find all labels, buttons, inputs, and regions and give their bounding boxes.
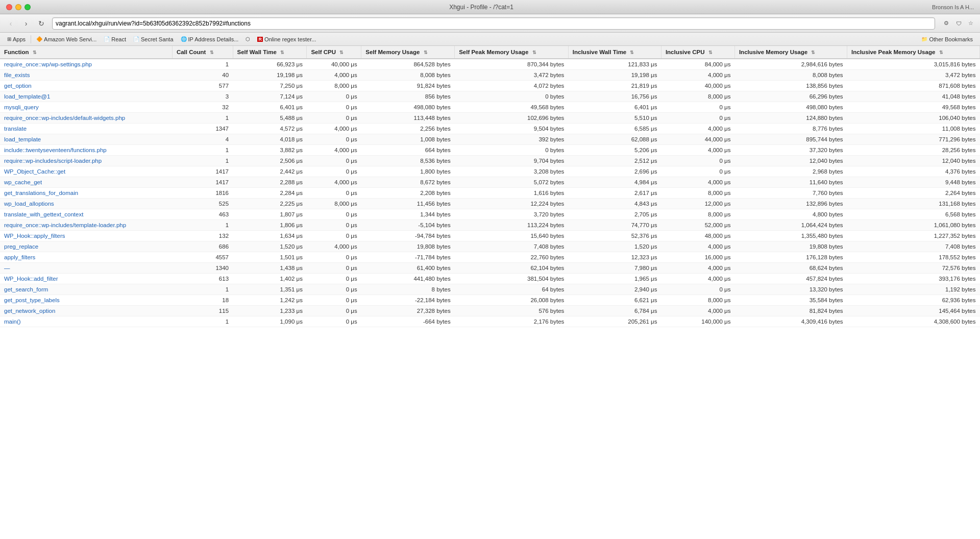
cell-inclusivepeakmemoryusage: 12,040 bytes [847, 156, 980, 166]
back-button[interactable]: ‹ [4, 18, 17, 29]
bookmark-secret-santa[interactable]: 📄 Secret Santa [130, 35, 177, 43]
cell-function[interactable]: translate [0, 124, 172, 134]
cell-inclusivepeakmemoryusage: 4,308,600 bytes [847, 316, 980, 327]
forward-button[interactable]: › [19, 18, 33, 29]
table-row: load_template@137,124 μs0 μs856 bytes0 b… [0, 91, 980, 102]
cell-function[interactable]: — [0, 263, 172, 274]
cell-callcount: 1417 [172, 166, 233, 177]
cell-function[interactable]: translate_with_gettext_context [0, 209, 172, 220]
cell-function[interactable]: WP_Object_Cache::get [0, 166, 172, 177]
close-button[interactable] [6, 4, 12, 10]
cell-function[interactable]: load_template [0, 134, 172, 145]
maximize-button[interactable] [24, 4, 31, 10]
cell-inclusivewalltime: 205,261 μs [568, 316, 661, 327]
address-bar[interactable] [52, 17, 935, 30]
cell-function[interactable]: mysqli_query [0, 102, 172, 113]
bookmark-amazon[interactable]: 🔶 Amazon Web Servi... [33, 35, 100, 43]
cell-inclusivememoryusage: 4,309,416 bytes [734, 316, 847, 327]
cell-selfpeakmemoryusage: 0 bytes [455, 145, 569, 156]
window-controls[interactable] [6, 4, 31, 10]
cell-selfwalltime: 19,198 μs [233, 70, 307, 81]
cell-selfcpu: 0 μs [307, 166, 361, 177]
cell-function[interactable]: include::twentyseventeen/functions.php [0, 145, 172, 156]
cell-inclusivecpu: 40,000 μs [661, 81, 734, 91]
cell-function[interactable]: WP_Hook::apply_filters [0, 231, 172, 241]
cell-selfmemoryusage: 27,328 bytes [361, 306, 455, 316]
bookmark-ip[interactable]: 🌐 IP Address Details... [178, 35, 242, 43]
cell-inclusivememoryusage: 457,824 bytes [734, 274, 847, 284]
cell-function[interactable]: wp_load_alloptions [0, 199, 172, 209]
cell-callcount: 1 [172, 316, 233, 327]
cell-inclusivememoryusage: 11,640 bytes [734, 177, 847, 188]
table-row: require_once::wp-includes/default-widget… [0, 113, 980, 124]
extensions-icon[interactable]: ⚙ [941, 18, 951, 29]
col-inclusive-peak-memory[interactable]: Inclusive Peak Memory Usage ⇅ [847, 46, 980, 59]
refresh-button[interactable]: ↻ [35, 18, 48, 29]
bookmark-apps[interactable]: ⊞ Apps [4, 35, 29, 43]
col-self-wall-time[interactable]: Self Wall Time ⇅ [233, 46, 307, 59]
cell-function[interactable]: main() [0, 316, 172, 327]
star-icon[interactable]: ☆ [966, 18, 976, 29]
col-self-peak-memory[interactable]: Self Peak Memory Usage ⇅ [455, 46, 569, 59]
cell-selfpeakmemoryusage: 12,224 bytes [455, 199, 569, 209]
cell-function[interactable]: wp_cache_get [0, 177, 172, 188]
cell-inclusivecpu: 4,000 μs [661, 263, 734, 274]
cell-function[interactable]: require_once::wp-includes/template-loade… [0, 220, 172, 231]
cell-callcount: 1 [172, 156, 233, 166]
cell-selfwalltime: 1,090 μs [233, 316, 307, 327]
cell-inclusivepeakmemoryusage: 3,472 bytes [847, 70, 980, 81]
cell-function[interactable]: file_exists [0, 70, 172, 81]
cell-inclusivepeakmemoryusage: 28,256 bytes [847, 145, 980, 156]
github-icon: ⬡ [246, 36, 250, 42]
cell-selfmemoryusage: -94,784 bytes [361, 231, 455, 241]
cell-callcount: 32 [172, 102, 233, 113]
sort-icon-inclusivecpu: ⇅ [708, 50, 713, 55]
cell-function[interactable]: apply_filters [0, 252, 172, 263]
cell-function[interactable]: get_network_option [0, 306, 172, 316]
cell-function[interactable]: WP_Hook::add_filter [0, 274, 172, 284]
cell-function[interactable]: preg_replace [0, 241, 172, 252]
cell-selfpeakmemoryusage: 26,008 bytes [455, 295, 569, 306]
cell-selfcpu: 4,000 μs [307, 241, 361, 252]
cell-inclusivepeakmemoryusage: 62,936 bytes [847, 295, 980, 306]
cell-inclusivememoryusage: 176,128 bytes [734, 252, 847, 263]
bookmark-regex[interactable]: R Online regex tester... [254, 35, 319, 43]
col-call-count[interactable]: Call Count ⇅ [172, 46, 233, 59]
cell-selfwalltime: 1,438 μs [233, 263, 307, 274]
cell-selfcpu: 0 μs [307, 156, 361, 166]
cell-inclusivewalltime: 2,696 μs [568, 166, 661, 177]
cell-function[interactable]: get_search_form [0, 284, 172, 295]
bookmark-github[interactable]: ⬡ [242, 35, 253, 43]
cell-function[interactable]: require_once::wp-includes/default-widget… [0, 113, 172, 124]
ip-icon: 🌐 [181, 36, 187, 42]
cell-selfpeakmemoryusage: 1,616 bytes [455, 188, 569, 199]
cell-inclusivepeakmemoryusage: 2,264 bytes [847, 188, 980, 199]
cell-selfcpu: 0 μs [307, 91, 361, 102]
cell-selfcpu: 0 μs [307, 102, 361, 113]
cell-function[interactable]: require::wp-includes/script-loader.php [0, 156, 172, 166]
minimize-button[interactable] [15, 4, 21, 10]
cell-function[interactable]: get_option [0, 81, 172, 91]
url-input[interactable] [56, 20, 932, 27]
col-self-memory[interactable]: Self Memory Usage ⇅ [361, 46, 455, 59]
col-function[interactable]: Function ⇅ [0, 46, 172, 59]
cell-function[interactable]: require_once::wp/wp-settings.php [0, 59, 172, 70]
table-row: get_translations_for_domain18162,284 μs0… [0, 188, 980, 199]
cell-selfpeakmemoryusage: 113,224 bytes [455, 220, 569, 231]
cell-function[interactable]: get_post_type_labels [0, 295, 172, 306]
col-self-cpu[interactable]: Self CPU ⇅ [307, 46, 361, 59]
cell-function[interactable]: load_template@1 [0, 91, 172, 102]
cell-inclusivewalltime: 7,980 μs [568, 263, 661, 274]
cell-function[interactable]: get_translations_for_domain [0, 188, 172, 199]
shield-icon[interactable]: 🛡 [953, 18, 964, 29]
col-inclusive-wall-time[interactable]: Inclusive Wall Time ⇅ [568, 46, 661, 59]
cell-selfcpu: 0 μs [307, 295, 361, 306]
bookmark-react[interactable]: 📄 React [101, 35, 129, 43]
bookmark-react-label: React [111, 36, 126, 42]
col-inclusive-memory[interactable]: Inclusive Memory Usage ⇅ [734, 46, 847, 59]
cell-callcount: 686 [172, 241, 233, 252]
cell-inclusivememoryusage: 37,320 bytes [734, 145, 847, 156]
bookmark-other[interactable]: 📁 Other Bookmarks [918, 35, 976, 43]
col-inclusive-cpu[interactable]: Inclusive CPU ⇅ [661, 46, 734, 59]
cell-selfmemoryusage: -22,184 bytes [361, 295, 455, 306]
